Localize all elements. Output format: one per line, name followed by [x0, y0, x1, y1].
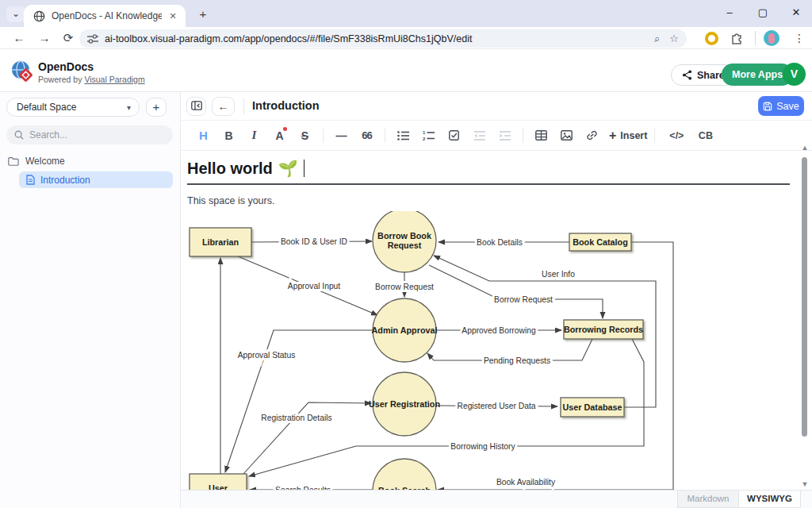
divider: [523, 129, 523, 143]
document-content[interactable]: Hello world🌱 This space is yours. Librar…: [181, 151, 806, 490]
indent-decrease-button[interactable]: [469, 126, 489, 145]
bookmark-star-icon[interactable]: ☆: [669, 33, 679, 44]
back-button[interactable]: ←: [10, 29, 29, 47]
diagram-edge-label: Approval Input: [288, 282, 341, 291]
url-bar[interactable]: ai-toolbox.visual-paradigm.com/app/opend…: [79, 29, 687, 48]
numbered-list-button[interactable]: 12: [419, 126, 439, 145]
font-color-button[interactable]: A: [270, 126, 289, 145]
scrollbar-thumb[interactable]: [802, 157, 807, 437]
zoom-icon[interactable]: ⌕: [654, 33, 660, 45]
mode-switch: Markdown WYSIWYG: [677, 491, 801, 508]
bullet-list-icon: [397, 131, 409, 140]
diagram-node-label: Book Catalog: [573, 237, 628, 247]
diagram-edge: [429, 265, 603, 318]
tab-wysiwyg[interactable]: WYSIWYG: [739, 491, 801, 508]
doc-heading[interactable]: Hello world🌱: [187, 159, 790, 185]
save-button[interactable]: Save: [758, 96, 804, 116]
collapse-sidebar-button[interactable]: [186, 97, 206, 116]
tab-markdown[interactable]: Markdown: [677, 491, 739, 508]
app-header: OpenDocs Powered by Visual Paradigm Shar…: [0, 49, 812, 92]
add-page-button[interactable]: +: [146, 98, 167, 117]
extension-ring-icon[interactable]: [705, 32, 718, 45]
user-avatar[interactable]: V: [783, 63, 806, 86]
indent-increase-icon: [499, 131, 511, 140]
window-minimize-button[interactable]: –: [718, 5, 741, 21]
blockquote-button[interactable]: 66: [357, 126, 377, 145]
font-color-glyph: A: [275, 129, 283, 142]
folder-icon: [8, 156, 19, 166]
formatting-toolbar: H B I A S — 66 12 +Insert </> CB: [181, 121, 812, 151]
forward-button[interactable]: →: [35, 29, 54, 47]
more-apps-label: More Apps: [732, 69, 783, 80]
bold-button[interactable]: B: [219, 126, 239, 145]
save-icon: [763, 102, 772, 111]
diagram-edge-label: Book Availability: [496, 478, 556, 487]
sidebar-item-welcome[interactable]: Welcome: [8, 156, 65, 167]
scroll-down-icon[interactable]: ▼: [800, 479, 810, 489]
numbered-list-icon: 12: [423, 130, 435, 140]
diagram-edge: [438, 242, 673, 490]
indent-increase-button[interactable]: [495, 126, 515, 145]
extensions-puzzle-icon[interactable]: [730, 32, 743, 44]
new-tab-button[interactable]: +: [193, 6, 213, 22]
diagram-edge-label: Borrowing History: [450, 442, 515, 451]
diagram-edge-label: Registration Details: [261, 414, 331, 422]
svg-text:2: 2: [423, 137, 426, 141]
browser-profile-avatar[interactable]: [764, 30, 779, 46]
tab-search-chevron-icon[interactable]: ⌄: [6, 6, 25, 22]
code-block-button[interactable]: CB: [695, 126, 715, 145]
editor-status-bar: Markdown WYSIWYG: [181, 490, 812, 508]
share-label: Share: [697, 70, 725, 81]
plus-icon: +: [609, 129, 616, 143]
divider: [385, 129, 385, 143]
task-list-icon: [449, 130, 459, 140]
search-input[interactable]: Search...: [6, 125, 173, 144]
sidebar-item-introduction[interactable]: Introduction: [19, 171, 173, 188]
image-icon: [561, 130, 573, 140]
browser-tab-strip: ⌄ OpenDocs - AI Knowledge Base ✕ + – ▢ ✕: [0, 0, 812, 27]
scroll-up-icon[interactable]: ▲: [800, 143, 810, 152]
chevron-down-icon: ▾: [127, 103, 131, 112]
horizontal-rule-button[interactable]: —: [331, 126, 351, 145]
browser-tab[interactable]: OpenDocs - AI Knowledge Base ✕: [24, 5, 186, 27]
italic-button[interactable]: I: [244, 126, 264, 145]
insert-button[interactable]: +Insert: [609, 129, 647, 143]
bullet-list-button[interactable]: [393, 126, 413, 145]
space-selector-value: Default Space: [17, 102, 76, 113]
indent-decrease-icon: [473, 131, 485, 140]
search-icon: [14, 130, 24, 140]
doc-back-button[interactable]: ←: [212, 97, 235, 116]
diagram-edge-label: Borrow Request: [494, 295, 553, 304]
inline-code-button[interactable]: </>: [663, 126, 690, 145]
tab-title: OpenDocs - AI Knowledge Base: [52, 10, 162, 21]
share-icon: [682, 70, 692, 80]
task-list-button[interactable]: [444, 126, 464, 145]
sidebar: Default Space ▾ + Search... Welcome Intr…: [0, 92, 181, 508]
table-button[interactable]: [531, 126, 551, 145]
heading-button[interactable]: H: [193, 126, 213, 145]
table-icon: [535, 130, 547, 140]
image-button[interactable]: [557, 126, 576, 145]
diagram-node-label: Admin Approval: [372, 325, 438, 335]
reload-button[interactable]: ⟳: [59, 29, 78, 47]
window-close-button[interactable]: ✕: [785, 5, 807, 21]
window-maximize-button[interactable]: ▢: [752, 5, 774, 21]
divider: [243, 98, 244, 114]
strikethrough-button[interactable]: S: [295, 126, 315, 145]
editor-scrollbar[interactable]: ▲ ▼: [800, 143, 810, 489]
diagram-node-label: Librarian: [202, 237, 239, 247]
dfd-diagram-image[interactable]: LibrarianBorrow BookRequestBook CatalogA…: [187, 211, 680, 490]
tab-close-icon[interactable]: ✕: [167, 10, 179, 22]
toolbar-divider: [755, 31, 756, 45]
color-dot: [283, 127, 287, 131]
search-placeholder: Search...: [29, 129, 67, 140]
space-selector-dropdown[interactable]: Default Space ▾: [6, 98, 140, 117]
diagram-edge-label: Pending Requests: [484, 356, 550, 365]
browser-menu-icon[interactable]: ⋮: [793, 29, 806, 47]
visual-paradigm-link[interactable]: Visual Paradigm: [84, 75, 144, 84]
link-button[interactable]: [582, 126, 602, 145]
url-text: ai-toolbox.visual-paradigm.com/app/opend…: [105, 33, 645, 44]
doc-paragraph[interactable]: This space is yours.: [187, 195, 790, 206]
app-title: OpenDocs: [38, 60, 94, 73]
panel-collapse-icon: [191, 101, 202, 110]
